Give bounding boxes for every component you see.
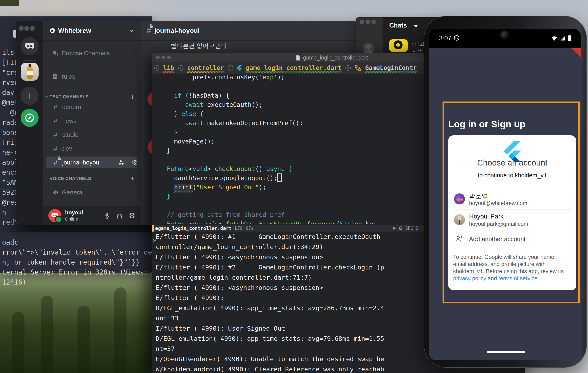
- class-icon: [354, 65, 361, 71]
- statusline-filename: game_login_controller.dart: [158, 226, 231, 231]
- maximize-button[interactable]: [372, 20, 376, 24]
- sidebar-item-rules[interactable]: rules: [46, 71, 137, 82]
- dialog-subheading: to continue to kholdem_v1: [448, 172, 576, 179]
- online-status-dot: [55, 216, 62, 223]
- sidebar-item-dev[interactable]: #dev: [46, 143, 137, 154]
- create-channel-button[interactable]: +: [130, 175, 135, 183]
- maximize-button[interactable]: [30, 26, 35, 31]
- server-icon-whitebrew[interactable]: [21, 63, 39, 81]
- phone-statusbar: 3:07: [429, 29, 581, 48]
- chevron-down-icon: [45, 96, 48, 98]
- log-line: D/EGL_emulation( 4990): app_time_stats: …: [156, 303, 425, 313]
- add-account-row[interactable]: Add another account: [453, 230, 571, 250]
- login-screen-title: Log in or Sign up: [448, 119, 525, 130]
- minimize-button[interactable]: [366, 20, 370, 24]
- sidebar-item-studio[interactable]: #studio: [46, 129, 137, 141]
- channel-title: journal-hoyoul: [154, 27, 200, 34]
- account-avatar: [454, 193, 465, 204]
- channel-label: studio: [62, 131, 79, 138]
- channel-label: journal-hoyoul: [62, 159, 101, 166]
- hash-icon: #: [52, 117, 59, 125]
- account-email: hoyoul@whitebrew.com: [469, 200, 527, 206]
- sidebar-item-voice-general[interactable]: General: [46, 186, 137, 198]
- create-invite-icon[interactable]: [118, 159, 125, 165]
- statusline-bullet: ●: [155, 226, 158, 231]
- settings-icon: ⚙: [399, 226, 403, 231]
- server-header[interactable]: Whitebrew: [43, 21, 141, 41]
- create-channel-button[interactable]: +: [130, 93, 135, 101]
- channel-settings-icon[interactable]: ⚙: [131, 159, 137, 166]
- username: hoyoul: [65, 210, 83, 216]
- send-icon: [393, 227, 396, 230]
- hash-icon: #: [52, 131, 59, 139]
- channel-label: general: [62, 103, 83, 111]
- desktop: ils (loc [FIL "cre rver day: @met @re ra…: [0, 0, 588, 373]
- breadcrumb-item[interactable]: GameLoginContr: [365, 64, 417, 72]
- user-avatar[interactable]: [48, 209, 61, 222]
- log-line: E/flutter ( 4990): <asynchronous suspens…: [156, 282, 425, 293]
- chevron-down-icon: [45, 178, 48, 180]
- consent-footer: To continue, Google will share your name…: [453, 253, 568, 282]
- footer-text: To continue, Google will share your name…: [453, 254, 564, 274]
- sidebar-item-journal-hoyoul[interactable]: #journal-hoyoul⚙: [46, 157, 137, 168]
- user-status: Online: [65, 216, 78, 222]
- code-buffer[interactable]: prefs.containsKey('exp'); if (!hasData) …: [156, 72, 421, 224]
- lock-icon: [58, 158, 61, 160]
- code-action-icon: ⓩ: [228, 64, 233, 72]
- explore-servers-button[interactable]: [21, 109, 39, 127]
- close-button[interactable]: [19, 26, 24, 31]
- clock: 3:07: [439, 35, 451, 42]
- breadcrumb-item[interactable]: controller: [187, 64, 224, 72]
- battery-icon: [568, 35, 571, 41]
- footer-link[interactable]: terms of service: [498, 275, 537, 282]
- log-line: E/flutter ( 4990):: [156, 293, 425, 303]
- google-account-dialog: Choose an account to continue to kholdem…: [448, 135, 576, 290]
- footer-link[interactable]: privacy policy: [453, 275, 486, 282]
- minimize-button[interactable]: [162, 56, 165, 59]
- browse-channels-item[interactable]: Browse Channels: [46, 47, 137, 59]
- hash-icon: #: [52, 159, 59, 167]
- add-server-button[interactable]: +: [21, 87, 39, 105]
- code-action-icon: ⓩ: [154, 64, 159, 72]
- account-row[interactable]: Hoyoul Parkhoyoul.park@gmail.com: [453, 210, 571, 230]
- channel-header: # journal-hoyoul: [141, 21, 359, 41]
- kakao-channel-avatar[interactable]: [389, 39, 408, 52]
- breadcrumb-item[interactable]: game_login_controller.dart: [246, 64, 342, 72]
- maximize-button[interactable]: [167, 56, 171, 59]
- breadcrumb-item[interactable]: lib: [163, 64, 174, 72]
- account-avatar: [454, 214, 465, 225]
- deafen-button[interactable]: [116, 212, 123, 219]
- footer-text: and: [486, 275, 498, 282]
- log-line: ↪controller/game_login_controller.dart:3…: [156, 242, 425, 252]
- voice-channels-category[interactable]: VOICE CHANNELS +: [45, 174, 137, 183]
- user-settings-icon[interactable]: ⚙: [129, 212, 135, 219]
- text-channels-category[interactable]: TEXT CHANNELS +: [45, 93, 137, 101]
- cellular-icon: [560, 36, 566, 41]
- discord-home-button[interactable]: [21, 37, 39, 55]
- close-button[interactable]: [360, 20, 364, 24]
- account-row[interactable]: 박호열hoyoul@whitebrew.com: [453, 189, 571, 210]
- statusline-line: L79: [235, 226, 242, 231]
- notification-icon: [454, 35, 460, 41]
- android-phone: 3:07 Log in or Sign up: [424, 16, 587, 368]
- discord-server-rail: +: [16, 21, 43, 225]
- chats-title[interactable]: Chats: [389, 22, 407, 29]
- compass-icon: [24, 113, 35, 123]
- channel-label: dev: [62, 145, 72, 152]
- home-indicator[interactable]: [487, 351, 525, 353]
- account-name: 박호열: [469, 192, 488, 201]
- chat-message: 별다른건 없어보인다.: [170, 42, 229, 50]
- debug-console[interactable]: E/flutter ( 4990): #1 GameLoginControlle…: [156, 232, 425, 373]
- mute-mic-button[interactable]: [104, 212, 110, 219]
- sidebar-item-general[interactable]: #general: [46, 101, 137, 113]
- user-panel: hoyoul Online ⚙: [43, 206, 141, 225]
- channel-label: news: [62, 117, 76, 124]
- code-action-icon: ⓩ: [178, 64, 183, 72]
- statusline-mode: SPC 2: [405, 226, 418, 231]
- account-name: Hoyoul Park: [469, 213, 504, 220]
- sidebar-item-news[interactable]: #news: [46, 115, 137, 127]
- footer-text: .: [537, 275, 539, 282]
- close-button[interactable]: [156, 56, 160, 59]
- minimize-button[interactable]: [24, 26, 29, 31]
- server-badge-icon: [49, 28, 55, 34]
